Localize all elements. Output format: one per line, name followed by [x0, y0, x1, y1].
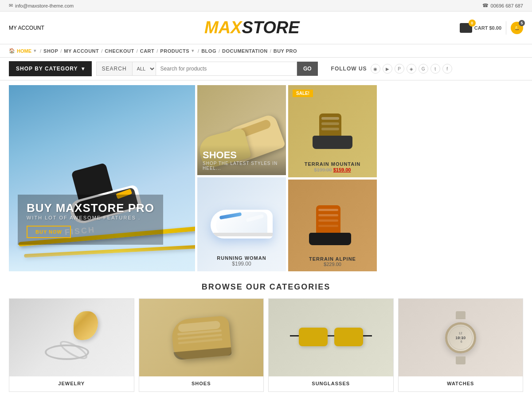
- glass-bridge: [328, 335, 334, 336]
- category-watches[interactable]: 129 3 6 WATCHES: [398, 298, 524, 392]
- running-woman-name: RUNNING WOMAN: [217, 255, 266, 261]
- shoes-banner[interactable]: SHOES SHOP THE LATEST STYLES IN HEEL...: [197, 85, 286, 175]
- jewelry-image: [9, 299, 134, 376]
- glass-right: [334, 328, 363, 346]
- terrain-alpine-product[interactable]: TERRAIN ALPINE $229.00: [288, 180, 377, 272]
- search-go-button[interactable]: GO: [297, 62, 318, 76]
- alpine-boot-upper: [316, 205, 340, 234]
- follow-us-label: FOLLOW US: [331, 66, 367, 72]
- terrain-mountain-new-price: $159.00: [333, 167, 351, 172]
- terrain-mountain-product[interactable]: TERRAIN MOUNTAIN $199.00 $159.00 SALE!: [288, 85, 377, 177]
- hero-title: BUY MAXSTORE PRO: [27, 201, 154, 215]
- terrain-mountain-name: TERRAIN MOUNTAIN: [305, 161, 360, 167]
- email-text: info@maxstore-theme.com: [15, 3, 74, 8]
- running-shoe: [211, 210, 273, 239]
- shop-by-category-button[interactable]: SHOP BY CATEGORY ▾: [9, 61, 92, 76]
- notification-bell[interactable]: 🔔 5: [511, 22, 523, 34]
- running-woman-price: $199.00: [217, 261, 266, 267]
- header-divider: [506, 21, 506, 35]
- pinterest-icon[interactable]: P: [395, 64, 404, 74]
- rss-icon[interactable]: ◉: [371, 64, 380, 74]
- category-grid: JEWELRY SHOES: [9, 298, 523, 392]
- terrain-alpine-price: $229.00: [309, 262, 356, 267]
- running-woman-product[interactable]: RUNNING WOMAN $199.00: [197, 177, 286, 272]
- phone-icon: ☎: [482, 3, 489, 8]
- nav-blog[interactable]: BLOG: [201, 48, 216, 54]
- home-icon: 🏠: [9, 48, 15, 54]
- hero-section: FISCH BUY MAXSTORE PRO WITH LOT OF AWESO…: [9, 85, 523, 271]
- category-jewelry[interactable]: JEWELRY: [9, 298, 134, 392]
- social-icons: ◉ ▶ P ◈ G t f: [371, 64, 452, 74]
- cart-badge: 0: [469, 20, 476, 27]
- google-plus-icon[interactable]: G: [419, 64, 428, 74]
- nav-cart[interactable]: CART: [140, 48, 155, 54]
- chevron-down-icon: ▾: [82, 66, 85, 72]
- follow-us-section: FOLLOW US ◉ ▶ P ◈ G t f: [331, 64, 452, 74]
- facebook-icon[interactable]: f: [442, 64, 452, 74]
- glass-arm-left: [290, 335, 299, 336]
- browse-title: BROWSE OUR CATEGORIES: [9, 282, 523, 292]
- header: MY ACCOUNT MAXSTORE 0 CART $0.00 🔔 5: [0, 12, 532, 44]
- nav-arrow: ▾: [34, 48, 36, 54]
- cart-label: CART $0.00: [474, 25, 501, 31]
- watch-strap-bottom: [456, 356, 466, 364]
- header-right: 0 CART $0.00 🔔 5: [460, 21, 523, 35]
- youtube-icon[interactable]: ▶: [383, 64, 392, 74]
- boot-lower: [313, 136, 352, 149]
- nav-sep-1: /: [40, 48, 41, 54]
- shell-shape: [74, 311, 98, 340]
- phone-contact: ☎ 00696 687 687: [482, 3, 523, 8]
- glass-left: [299, 328, 328, 346]
- category-shoes[interactable]: SHOES: [139, 298, 264, 392]
- running-woman-info: RUNNING WOMAN $199.00: [217, 255, 266, 267]
- nav-my-account[interactable]: MY ACCOUNT: [64, 48, 99, 54]
- browse-section: BROWSE OUR CATEGORIES JEWELRY: [9, 282, 523, 392]
- phone-text: 00696 687 687: [491, 3, 523, 8]
- top-bar: ✉ info@maxstore-theme.com ☎ 00696 687 68…: [0, 0, 532, 12]
- cart-button[interactable]: 0 CART $0.00: [460, 23, 501, 33]
- terrain-mountain-old-price: $199.00: [314, 167, 332, 172]
- toolbar: SHOP BY CATEGORY ▾ SEARCH ALL GO FOLLOW …: [0, 58, 532, 81]
- category-shoes-label: SHOES: [192, 381, 211, 386]
- logo-store: STORE: [242, 18, 299, 37]
- nav-documentation[interactable]: DOCUMENTATION: [222, 48, 268, 54]
- shoes-title: SHOES: [203, 149, 281, 161]
- shoe-shape: [171, 315, 231, 360]
- notification-badge: 5: [519, 20, 525, 26]
- bell-icon: 🔔: [514, 25, 520, 30]
- logo[interactable]: MAXSTORE: [204, 18, 300, 37]
- nav-shop[interactable]: SHOP: [43, 48, 58, 54]
- navigation: 🏠 HOME ▾ / SHOP / MY ACCOUNT / CHECKOUT …: [0, 44, 532, 58]
- category-sunglasses[interactable]: SUNGLASSES: [268, 298, 394, 392]
- hero-subtitle: WITH LOT OF AWESOME FEATURES .: [27, 215, 154, 220]
- sale-badge: SALE!: [293, 90, 313, 97]
- my-account-link[interactable]: MY ACCOUNT: [9, 25, 44, 31]
- twitter-icon[interactable]: t: [430, 64, 440, 74]
- nav-products[interactable]: PRODUCTS: [160, 48, 189, 54]
- nav-home[interactable]: HOME: [17, 48, 31, 54]
- my-account-label: MY ACCOUNT: [9, 25, 44, 31]
- terrain-alpine-name: TERRAIN ALPINE: [309, 256, 356, 262]
- email-contact: ✉ info@maxstore-theme.com: [9, 3, 74, 8]
- hero-middle-column: SHOES SHOP THE LATEST STYLES IN HEEL... …: [197, 85, 286, 271]
- buy-now-button[interactable]: BUY NOW: [27, 226, 71, 238]
- shoes-subtitle: SHOP THE LATEST STYLES IN HEEL...: [203, 161, 281, 171]
- logo-max: MAX: [204, 18, 242, 37]
- hero-banner-left[interactable]: FISCH BUY MAXSTORE PRO WITH LOT OF AWESO…: [9, 85, 195, 271]
- terrain-mountain-info: TERRAIN MOUNTAIN $199.00 $159.00: [305, 161, 360, 173]
- search-area: SEARCH ALL GO: [96, 62, 318, 76]
- nav-checkout[interactable]: CHECKOUT: [105, 48, 134, 54]
- shop-by-category-label: SHOP BY CATEGORY: [16, 66, 78, 72]
- instagram-icon[interactable]: ◈: [407, 64, 416, 74]
- search-input[interactable]: [156, 62, 297, 76]
- watch-face: 129 3 6: [445, 322, 476, 353]
- search-category-select[interactable]: ALL: [132, 62, 156, 76]
- terrain-mountain-pricing: $199.00 $159.00: [305, 167, 360, 173]
- category-sunglasses-label: SUNGLASSES: [312, 381, 350, 386]
- hero-right-column: TERRAIN MOUNTAIN $199.00 $159.00 SALE!: [288, 85, 377, 271]
- nav-buy-pro[interactable]: BUY PRO: [274, 48, 297, 54]
- email-icon: ✉: [9, 3, 13, 8]
- terrain-alpine-info: TERRAIN ALPINE $229.00: [309, 256, 356, 267]
- search-label: SEARCH: [96, 62, 132, 76]
- watches-image: 129 3 6: [399, 299, 523, 376]
